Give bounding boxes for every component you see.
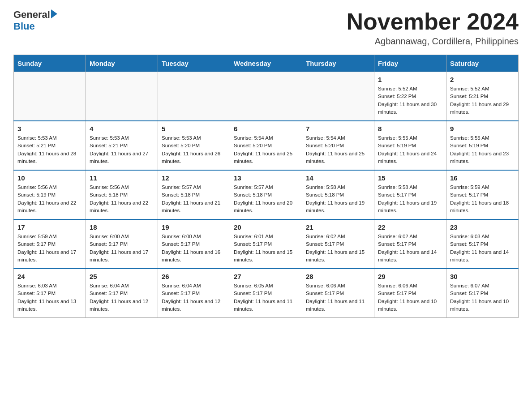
calendar-cell: 19Sunrise: 6:00 AMSunset: 5:17 PMDayligh… xyxy=(158,219,230,269)
calendar-table: SundayMondayTuesdayWednesdayThursdayFrid… xyxy=(13,55,519,318)
calendar-title: November 2024 xyxy=(347,9,519,34)
weekday-header-monday: Monday xyxy=(86,55,158,72)
day-info: Sunrise: 5:56 AMSunset: 5:18 PMDaylight:… xyxy=(90,184,154,214)
day-number: 18 xyxy=(90,223,154,231)
day-number: 9 xyxy=(450,125,515,133)
weekday-header-friday: Friday xyxy=(374,55,446,72)
calendar-cell: 26Sunrise: 6:04 AMSunset: 5:17 PMDayligh… xyxy=(158,269,230,318)
calendar-cell xyxy=(86,72,158,121)
logo-triangle-icon xyxy=(51,9,57,18)
day-info: Sunrise: 5:59 AMSunset: 5:17 PMDaylight:… xyxy=(450,184,515,214)
logo: General Blue xyxy=(13,9,57,32)
day-info: Sunrise: 6:03 AMSunset: 5:17 PMDaylight:… xyxy=(17,282,82,313)
calendar-header: SundayMondayTuesdayWednesdayThursdayFrid… xyxy=(14,55,519,72)
day-info: Sunrise: 5:59 AMSunset: 5:17 PMDaylight:… xyxy=(17,233,82,264)
calendar-week-row: 3Sunrise: 5:53 AMSunset: 5:21 PMDaylight… xyxy=(14,121,519,170)
day-info: Sunrise: 5:54 AMSunset: 5:20 PMDaylight:… xyxy=(306,134,370,165)
day-number: 21 xyxy=(306,223,370,231)
day-info: Sunrise: 6:01 AMSunset: 5:17 PMDaylight:… xyxy=(234,233,298,264)
day-number: 4 xyxy=(90,125,154,133)
day-number: 3 xyxy=(17,125,82,133)
calendar-cell xyxy=(14,72,86,121)
calendar-cell: 22Sunrise: 6:02 AMSunset: 5:17 PMDayligh… xyxy=(374,219,446,269)
day-info: Sunrise: 5:57 AMSunset: 5:18 PMDaylight:… xyxy=(234,184,298,214)
day-number: 5 xyxy=(162,125,226,133)
day-info: Sunrise: 5:53 AMSunset: 5:21 PMDaylight:… xyxy=(90,134,154,165)
day-info: Sunrise: 5:53 AMSunset: 5:20 PMDaylight:… xyxy=(162,134,226,165)
day-info: Sunrise: 5:57 AMSunset: 5:18 PMDaylight:… xyxy=(162,184,226,214)
day-info: Sunrise: 6:04 AMSunset: 5:17 PMDaylight:… xyxy=(90,282,154,313)
calendar-cell: 2Sunrise: 5:52 AMSunset: 5:21 PMDaylight… xyxy=(446,72,519,121)
logo-general-text: General xyxy=(13,9,50,21)
calendar-subtitle: Agbannawag, Cordillera, Philippines xyxy=(347,36,519,47)
calendar-cell: 18Sunrise: 6:00 AMSunset: 5:17 PMDayligh… xyxy=(86,219,158,269)
day-number: 23 xyxy=(450,223,515,231)
calendar-cell: 12Sunrise: 5:57 AMSunset: 5:18 PMDayligh… xyxy=(158,170,230,219)
calendar-cell: 29Sunrise: 6:06 AMSunset: 5:17 PMDayligh… xyxy=(374,269,446,318)
day-info: Sunrise: 5:52 AMSunset: 5:22 PMDaylight:… xyxy=(378,85,442,116)
day-info: Sunrise: 6:04 AMSunset: 5:17 PMDaylight:… xyxy=(162,282,226,313)
calendar-week-row: 10Sunrise: 5:56 AMSunset: 5:19 PMDayligh… xyxy=(14,170,519,219)
calendar-cell: 17Sunrise: 5:59 AMSunset: 5:17 PMDayligh… xyxy=(14,219,86,269)
day-number: 10 xyxy=(17,174,82,182)
day-number: 1 xyxy=(378,76,442,83)
day-number: 12 xyxy=(162,174,226,182)
weekday-header-sunday: Sunday xyxy=(14,55,86,72)
day-number: 13 xyxy=(234,174,298,182)
day-info: Sunrise: 6:00 AMSunset: 5:17 PMDaylight:… xyxy=(90,233,154,264)
day-info: Sunrise: 6:00 AMSunset: 5:17 PMDaylight:… xyxy=(162,233,226,264)
day-info: Sunrise: 5:55 AMSunset: 5:19 PMDaylight:… xyxy=(450,134,515,165)
day-info: Sunrise: 5:54 AMSunset: 5:20 PMDaylight:… xyxy=(234,134,298,165)
calendar-cell: 5Sunrise: 5:53 AMSunset: 5:20 PMDaylight… xyxy=(158,121,230,170)
calendar-week-row: 17Sunrise: 5:59 AMSunset: 5:17 PMDayligh… xyxy=(14,219,519,269)
calendar-cell: 28Sunrise: 6:06 AMSunset: 5:17 PMDayligh… xyxy=(302,269,374,318)
weekday-header-saturday: Saturday xyxy=(446,55,519,72)
title-section: November 2024 Agbannawag, Cordillera, Ph… xyxy=(347,9,519,47)
calendar-cell: 25Sunrise: 6:04 AMSunset: 5:17 PMDayligh… xyxy=(86,269,158,318)
calendar-cell: 14Sunrise: 5:58 AMSunset: 5:18 PMDayligh… xyxy=(302,170,374,219)
calendar-cell: 9Sunrise: 5:55 AMSunset: 5:19 PMDaylight… xyxy=(446,121,519,170)
day-number: 8 xyxy=(378,125,442,133)
calendar-cell: 10Sunrise: 5:56 AMSunset: 5:19 PMDayligh… xyxy=(14,170,86,219)
day-info: Sunrise: 6:03 AMSunset: 5:17 PMDaylight:… xyxy=(450,233,515,264)
calendar-body: 1Sunrise: 5:52 AMSunset: 5:22 PMDaylight… xyxy=(14,72,519,318)
weekday-header-row: SundayMondayTuesdayWednesdayThursdayFrid… xyxy=(14,55,519,72)
day-number: 7 xyxy=(306,125,370,133)
day-number: 20 xyxy=(234,223,298,231)
calendar-cell: 7Sunrise: 5:54 AMSunset: 5:20 PMDaylight… xyxy=(302,121,374,170)
calendar-cell xyxy=(158,72,230,121)
calendar-week-row: 1Sunrise: 5:52 AMSunset: 5:22 PMDaylight… xyxy=(14,72,519,121)
day-info: Sunrise: 6:06 AMSunset: 5:17 PMDaylight:… xyxy=(378,282,442,313)
day-number: 17 xyxy=(17,223,82,231)
calendar-week-row: 24Sunrise: 6:03 AMSunset: 5:17 PMDayligh… xyxy=(14,269,519,318)
calendar-cell: 6Sunrise: 5:54 AMSunset: 5:20 PMDaylight… xyxy=(230,121,302,170)
day-info: Sunrise: 6:07 AMSunset: 5:17 PMDaylight:… xyxy=(450,282,515,313)
calendar-cell: 4Sunrise: 5:53 AMSunset: 5:21 PMDaylight… xyxy=(86,121,158,170)
day-number: 30 xyxy=(450,273,515,280)
calendar-cell: 30Sunrise: 6:07 AMSunset: 5:17 PMDayligh… xyxy=(446,269,519,318)
day-info: Sunrise: 5:52 AMSunset: 5:21 PMDaylight:… xyxy=(450,85,515,116)
calendar-cell: 15Sunrise: 5:58 AMSunset: 5:17 PMDayligh… xyxy=(374,170,446,219)
calendar-cell xyxy=(302,72,374,121)
day-number: 27 xyxy=(234,273,298,280)
day-number: 2 xyxy=(450,76,515,83)
day-number: 6 xyxy=(234,125,298,133)
day-number: 25 xyxy=(90,273,154,280)
weekday-header-tuesday: Tuesday xyxy=(158,55,230,72)
calendar-cell xyxy=(230,72,302,121)
weekday-header-wednesday: Wednesday xyxy=(230,55,302,72)
calendar-cell: 27Sunrise: 6:05 AMSunset: 5:17 PMDayligh… xyxy=(230,269,302,318)
day-number: 19 xyxy=(162,223,226,231)
calendar-cell: 3Sunrise: 5:53 AMSunset: 5:21 PMDaylight… xyxy=(14,121,86,170)
day-info: Sunrise: 6:02 AMSunset: 5:17 PMDaylight:… xyxy=(378,233,442,264)
day-number: 11 xyxy=(90,174,154,182)
day-number: 22 xyxy=(378,223,442,231)
day-number: 29 xyxy=(378,273,442,280)
day-info: Sunrise: 5:53 AMSunset: 5:21 PMDaylight:… xyxy=(17,134,82,165)
calendar-cell: 8Sunrise: 5:55 AMSunset: 5:19 PMDaylight… xyxy=(374,121,446,170)
day-info: Sunrise: 5:58 AMSunset: 5:17 PMDaylight:… xyxy=(378,184,442,214)
calendar-cell: 16Sunrise: 5:59 AMSunset: 5:17 PMDayligh… xyxy=(446,170,519,219)
day-info: Sunrise: 5:55 AMSunset: 5:19 PMDaylight:… xyxy=(378,134,442,165)
day-number: 26 xyxy=(162,273,226,280)
calendar-cell: 13Sunrise: 5:57 AMSunset: 5:18 PMDayligh… xyxy=(230,170,302,219)
